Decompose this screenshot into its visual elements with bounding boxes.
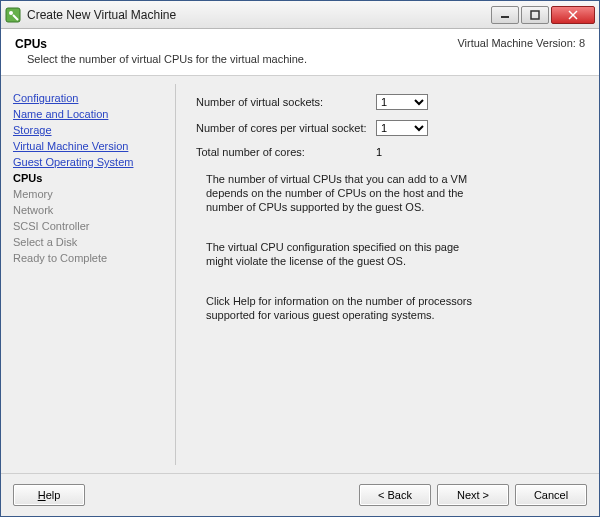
titlebar: Create New Virtual Machine — [1, 1, 599, 29]
wizard-steps-sidebar: Configuration Name and Location Storage … — [9, 84, 167, 465]
help-button[interactable]: Help — [13, 484, 85, 506]
step-storage[interactable]: Storage — [13, 122, 163, 138]
wizard-body: Configuration Name and Location Storage … — [1, 76, 599, 473]
vm-version-label: Virtual Machine Version: 8 — [457, 37, 585, 49]
maximize-button[interactable] — [521, 6, 549, 24]
step-ready-complete: Ready to Complete — [13, 250, 163, 266]
info-paragraph-2: The virtual CPU configuration specified … — [206, 240, 486, 268]
info-paragraph-1: The number of virtual CPUs that you can … — [206, 172, 486, 214]
wizard-content: Number of virtual sockets: 1 Number of c… — [175, 84, 591, 465]
cores-per-socket-label: Number of cores per virtual socket: — [196, 122, 376, 134]
close-button[interactable] — [551, 6, 595, 24]
back-button[interactable]: < Back — [359, 484, 431, 506]
cancel-button[interactable]: Cancel — [515, 484, 587, 506]
next-button[interactable]: Next > — [437, 484, 509, 506]
svg-point-1 — [9, 11, 13, 15]
step-scsi-controller: SCSI Controller — [13, 218, 163, 234]
step-memory: Memory — [13, 186, 163, 202]
step-configuration[interactable]: Configuration — [13, 90, 163, 106]
step-network: Network — [13, 202, 163, 218]
total-cores-value: 1 — [376, 146, 436, 158]
step-guest-os[interactable]: Guest Operating System — [13, 154, 163, 170]
minimize-button[interactable] — [491, 6, 519, 24]
window-buttons — [491, 6, 595, 24]
cores-per-socket-select[interactable]: 1 — [376, 120, 428, 136]
step-name-location[interactable]: Name and Location — [13, 106, 163, 122]
info-paragraph-3: Click Help for information on the number… — [206, 294, 486, 322]
step-cpus: CPUs — [13, 170, 163, 186]
step-vm-version[interactable]: Virtual Machine Version — [13, 138, 163, 154]
total-cores-label: Total number of cores: — [196, 146, 376, 158]
window-title: Create New Virtual Machine — [27, 8, 491, 22]
app-icon — [5, 7, 21, 23]
wizard-header: CPUs Select the number of virtual CPUs f… — [1, 29, 599, 76]
sockets-label: Number of virtual sockets: — [196, 96, 376, 108]
page-subheading: Select the number of virtual CPUs for th… — [27, 53, 585, 65]
svg-rect-3 — [531, 11, 539, 19]
wizard-window: Create New Virtual Machine CPUs Select t… — [0, 0, 600, 517]
step-select-disk: Select a Disk — [13, 234, 163, 250]
sockets-select[interactable]: 1 — [376, 94, 428, 110]
wizard-footer: Help < Back Next > Cancel — [1, 473, 599, 516]
